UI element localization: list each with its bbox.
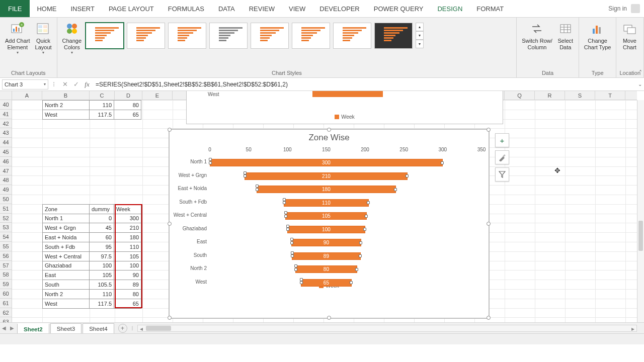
tab-split-handle[interactable]: ⁞ [131, 325, 133, 332]
chart-bar[interactable]: 105 [285, 212, 367, 220]
table-cell[interactable]: South [43, 280, 90, 290]
tab-formulas[interactable]: FORMULAS [161, 0, 211, 17]
table-cell[interactable]: 105 [114, 251, 141, 261]
sheet-tab-sheet2[interactable]: Sheet2 [17, 323, 49, 333]
tab-developer[interactable]: DEVELOPER [312, 0, 366, 17]
row-header-45[interactable]: 45 [0, 147, 12, 157]
series-point-handle[interactable] [367, 201, 370, 204]
row-header-51[interactable]: 51 [0, 204, 12, 214]
table-cell[interactable]: 90 [114, 270, 141, 280]
scrollbar-thumb[interactable] [638, 221, 643, 251]
select-all-corner[interactable] [0, 91, 12, 100]
tab-view[interactable]: VIEW [282, 0, 312, 17]
table-cell[interactable]: North 2 [43, 101, 90, 110]
chart-plot-area[interactable]: 050100150200250300350 North 1300West + G… [210, 144, 481, 281]
tab-data[interactable]: DATA [211, 0, 242, 17]
chart-style-8[interactable] [374, 23, 413, 49]
series-point-handle[interactable] [406, 174, 409, 177]
table-cell[interactable]: 105 [90, 270, 114, 280]
row-header-50[interactable]: 50 [0, 195, 12, 204]
sheet-tab-sheet4[interactable]: Sheet4 [83, 323, 114, 333]
chart-styles-button[interactable] [495, 150, 509, 164]
table-cell[interactable]: 100 [90, 261, 114, 270]
change-chart-type-button[interactable]: Change Chart Type [582, 20, 613, 51]
name-box-dropdown-icon[interactable]: ▾ [44, 82, 46, 86]
column-header-T[interactable]: T [595, 91, 625, 100]
chart-style-3[interactable] [168, 23, 206, 49]
table-cell[interactable]: 60 [90, 233, 114, 242]
move-chart-button[interactable]: Move Chart [619, 20, 639, 51]
chart-style-5[interactable] [251, 23, 289, 49]
chart-style-2[interactable] [127, 23, 165, 49]
series-point-handle[interactable] [291, 254, 294, 257]
table-cell[interactable]: 95 [90, 242, 114, 251]
table-cell[interactable]: 210 [114, 223, 141, 233]
table-cell[interactable]: West [43, 110, 90, 119]
row-header-42[interactable]: 42 [0, 119, 12, 129]
cancel-formula-button[interactable]: ✕ [59, 79, 70, 89]
column-header-E[interactable]: E [142, 91, 173, 100]
table-cell[interactable]: West [43, 299, 90, 308]
table-cell[interactable]: West + Central [43, 251, 90, 261]
vertical-scrollbar[interactable] [637, 100, 644, 322]
table-cell[interactable]: Ghaziabad [43, 261, 90, 270]
table-cell[interactable]: North 1 [43, 214, 90, 223]
gallery-down-button[interactable]: ▾ [416, 31, 424, 40]
collapse-ribbon-button[interactable]: ˄ [639, 69, 642, 76]
table-cell[interactable]: 89 [114, 280, 141, 290]
chart-style-6[interactable] [292, 23, 330, 49]
gallery-more-button[interactable]: ▾ [416, 40, 424, 48]
series-point-handle[interactable] [209, 161, 212, 164]
series-point-handle[interactable] [359, 254, 362, 257]
series-point-handle[interactable] [355, 268, 358, 271]
row-header-61[interactable]: 61 [0, 299, 12, 308]
series-point-handle[interactable] [286, 228, 289, 231]
row-header-57[interactable]: 57 [0, 261, 12, 270]
signin-link[interactable]: Sign in [608, 5, 627, 12]
column-header-C[interactable]: C [90, 91, 115, 100]
row-header-49[interactable]: 49 [0, 185, 12, 195]
resize-handle[interactable] [487, 222, 491, 226]
row-header-58[interactable]: 58 [0, 270, 12, 280]
table-cell[interactable]: 45 [90, 223, 114, 233]
table-cell[interactable]: 117.5 [90, 110, 114, 119]
chart-bar[interactable]: 110 [284, 199, 369, 207]
chart-elements-button[interactable]: + [495, 133, 509, 147]
row-header-47[interactable]: 47 [0, 166, 12, 176]
sheet-tab-sheet3[interactable]: Sheet3 [50, 323, 82, 333]
horizontal-scrollbar[interactable]: ◂ ▸ [137, 325, 637, 332]
row-header-43[interactable]: 43 [0, 128, 12, 138]
column-header-A[interactable]: A [12, 91, 42, 100]
chart-bar[interactable]: 89 [292, 252, 361, 260]
chart-style-4[interactable] [209, 23, 248, 49]
row-header-55[interactable]: 55 [0, 242, 12, 251]
chart-bar[interactable]: 210 [245, 172, 408, 180]
row-header-60[interactable]: 60 [0, 289, 12, 299]
row-header-53[interactable]: 53 [0, 223, 12, 232]
scrollbar-thumb[interactable] [146, 326, 171, 331]
tab-page-layout[interactable]: PAGE LAYOUT [102, 0, 161, 17]
series-point-handle[interactable] [284, 215, 287, 218]
resize-handle[interactable] [168, 128, 172, 132]
table-cell[interactable]: West + Grgn [43, 223, 90, 233]
chart-bar[interactable]: 100 [287, 226, 365, 233]
row-header-63[interactable]: 63 [0, 317, 12, 322]
resize-handle[interactable] [487, 128, 491, 132]
table-cell[interactable]: 80 [114, 289, 141, 299]
table-cell[interactable]: North 2 [43, 289, 90, 299]
row-header-62[interactable]: 62 [0, 308, 12, 318]
add-chart-element-button[interactable]: + Add Chart Element ▾ [3, 20, 32, 56]
tab-file[interactable]: FILE [0, 0, 30, 17]
tab-format[interactable]: FORMAT [469, 0, 511, 17]
formula-input[interactable] [93, 79, 636, 89]
table-cell[interactable]: 110 [90, 289, 114, 299]
resize-handle[interactable] [168, 316, 172, 320]
row-header-44[interactable]: 44 [0, 138, 12, 147]
column-header-B[interactable]: B [42, 91, 90, 100]
table-cell[interactable]: South + Fdb [43, 242, 90, 251]
table-cell[interactable]: 110 [90, 101, 114, 110]
column-header-R[interactable]: R [535, 91, 565, 100]
chart-style-7[interactable] [333, 23, 371, 49]
chart-bar[interactable]: 180 [257, 186, 396, 193]
tab-home[interactable]: HOME [30, 0, 63, 17]
